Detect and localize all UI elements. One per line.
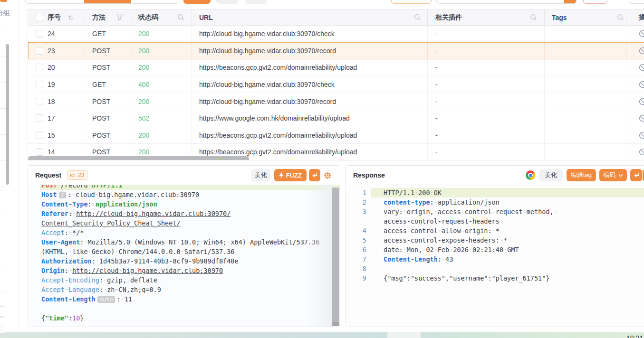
cell-action: [626, 26, 644, 42]
row-checkbox[interactable]: [36, 30, 43, 38]
request-editor-scrollbar[interactable]: [332, 188, 339, 326]
cell-method: POST: [84, 110, 132, 127]
column-label: 序号: [48, 13, 61, 22]
row-checkbox[interactable]: [36, 148, 43, 156]
cell-method: POST: [84, 43, 132, 59]
response-beautify-button[interactable]: 美化: [539, 169, 563, 181]
editor-line: 8: [346, 264, 644, 273]
row-checkbox[interactable]: [36, 47, 43, 55]
topbar-orange-button[interactable]: [183, 0, 211, 4]
table-row[interactable]: 23POST200http://cloud-big.hgame.vidar.cl…: [28, 43, 644, 60]
app-root: 分组 序号方法状态码URL相关插件Tags操作 24GET200http://c…: [0, 0, 644, 338]
column-label: 操作: [626, 13, 644, 22]
table-row[interactable]: 17POST502https://www.google.com.hk/domai…: [28, 110, 644, 127]
search-icon[interactable]: [530, 14, 537, 21]
search-icon[interactable]: [177, 14, 184, 21]
topbar-gray-button-2[interactable]: [245, 0, 267, 4]
sidebar-bottom-fragment-1[interactable]: [0, 306, 4, 317]
editor-line: User-Agent:·Mozilla/5.0·(Windows·NT·10.0…: [28, 237, 340, 247]
column-header-plugin[interactable]: 相关插件: [428, 9, 545, 25]
column-header-method[interactable]: 方法: [84, 9, 132, 25]
sort-icon[interactable]: [67, 14, 74, 21]
editor-line: access-control-request-headers: [346, 216, 644, 226]
column-header-url[interactable]: URL: [192, 9, 428, 25]
response-title: Response: [353, 171, 385, 179]
cell-plugin: -: [428, 93, 545, 110]
row-checkbox[interactable]: [36, 98, 43, 105]
encode-dropdown-button[interactable]: 编码: [599, 169, 627, 181]
table-row[interactable]: 19GET400http://cloud-big.hgame.vidar.clu…: [28, 76, 644, 94]
topbar-outline-button[interactable]: [391, 0, 432, 4]
cell-tags: [545, 43, 626, 59]
column-header-action[interactable]: 操作: [626, 9, 644, 25]
input-divider: [483, 0, 483, 3]
row-checkbox[interactable]: [36, 114, 43, 122]
taskbar[interactable]: 10:21: [0, 332, 644, 338]
response-newline-button[interactable]: [630, 169, 642, 181]
sidebar-bottom-fragment-2[interactable]: [0, 326, 5, 334]
request-panel: Request id: 23 美化 FUZZ POST·/record·HTTP…: [28, 165, 340, 327]
table-body: 24GET200http://cloud-big.hgame.vidar.clu…: [28, 26, 644, 160]
topbar-gray-button-1[interactable]: [216, 0, 239, 4]
send-newline-button[interactable]: [309, 169, 320, 181]
column-header-tags[interactable]: Tags: [545, 9, 626, 25]
discard-icon[interactable]: [639, 47, 644, 55]
cell-tags: [545, 110, 626, 127]
discard-icon[interactable]: [639, 98, 644, 105]
taskbar-clock: 10:21: [626, 334, 643, 338]
table-row[interactable]: 18POST200http://cloud-big.hgame.vidar.cl…: [28, 93, 644, 110]
editor-line: Content-Type:·application/json: [28, 199, 340, 209]
row-id: 14: [48, 148, 55, 156]
cell-status: 502: [132, 110, 192, 127]
column-header-id[interactable]: 序号: [28, 9, 84, 25]
edit-tag-button[interactable]: 编辑tag: [567, 169, 596, 181]
request-settings-button[interactable]: [323, 171, 332, 180]
fuzz-button[interactable]: FUZZ: [274, 169, 307, 181]
chrome-icon[interactable]: [526, 170, 535, 180]
table-row[interactable]: 24GET200http://cloud-big.hgame.vidar.clu…: [28, 26, 644, 43]
cell-tags: [545, 93, 626, 110]
topbar-segmented-control[interactable]: [25, 0, 179, 4]
line-number: 1: [346, 188, 366, 197]
search-icon[interactable]: [617, 14, 624, 21]
discard-icon[interactable]: [639, 131, 644, 139]
search-submit-button[interactable]: [564, 0, 576, 3]
table-row[interactable]: 15POST200https://beacons.gcp.gvt2.com/do…: [28, 127, 644, 144]
row-checkbox[interactable]: [36, 81, 43, 88]
row-checkbox[interactable]: [36, 64, 43, 71]
inline-badge: auto: [97, 296, 115, 303]
topbar-white-fragment[interactable]: [629, 0, 644, 4]
discard-icon[interactable]: [639, 64, 644, 71]
cell-status: 200: [132, 26, 192, 42]
topbar-corner-button[interactable]: [0, 0, 7, 2]
filter-icon[interactable]: [116, 14, 123, 21]
sidebar-scrollbar[interactable]: [6, 44, 9, 185]
editor-line: Accept-Encoding:·gzip,·deflate: [28, 275, 340, 285]
topbar-search-group[interactable]: [436, 0, 577, 4]
table-row[interactable]: 20POST200https://beacons.gcp.gvt2.com/do…: [28, 59, 644, 76]
cell-plugin: -: [428, 76, 545, 93]
search-icon[interactable]: [414, 14, 421, 21]
editor-line: (KHTML,·like·Gecko)·Chrome/144.0.0.0·Saf…: [28, 247, 340, 256]
select-all-checkbox[interactable]: [36, 14, 43, 21]
request-editor[interactable]: POST·/record·HTTP/1.1Host?:·cloud-big.hg…: [28, 185, 340, 327]
response-editor[interactable]: 1HTTP/1.1·200·OK2content-type:·applicati…: [346, 185, 644, 327]
lightning-icon: [279, 172, 284, 178]
editor-line: Accept:·*/*: [28, 228, 340, 237]
segment-active[interactable]: [84, 0, 131, 3]
cell-status: 200: [132, 59, 192, 76]
column-header-status[interactable]: 状态码: [132, 9, 192, 25]
discard-icon[interactable]: [639, 81, 644, 88]
discard-icon[interactable]: [639, 30, 644, 38]
table-horizontal-scrollbar[interactable]: [28, 156, 249, 160]
cell-method: GET: [84, 26, 132, 42]
beautify-button[interactable]: 美化: [251, 169, 270, 181]
chevron-down-icon: [618, 174, 623, 177]
discard-icon[interactable]: [639, 148, 644, 156]
row-checkbox[interactable]: [36, 131, 43, 139]
discard-icon[interactable]: [639, 114, 644, 122]
editor-line: [28, 304, 340, 313]
cell-action: [626, 110, 644, 127]
enter-icon: [311, 172, 318, 178]
topbar-red-outline-button[interactable]: [583, 0, 607, 4]
